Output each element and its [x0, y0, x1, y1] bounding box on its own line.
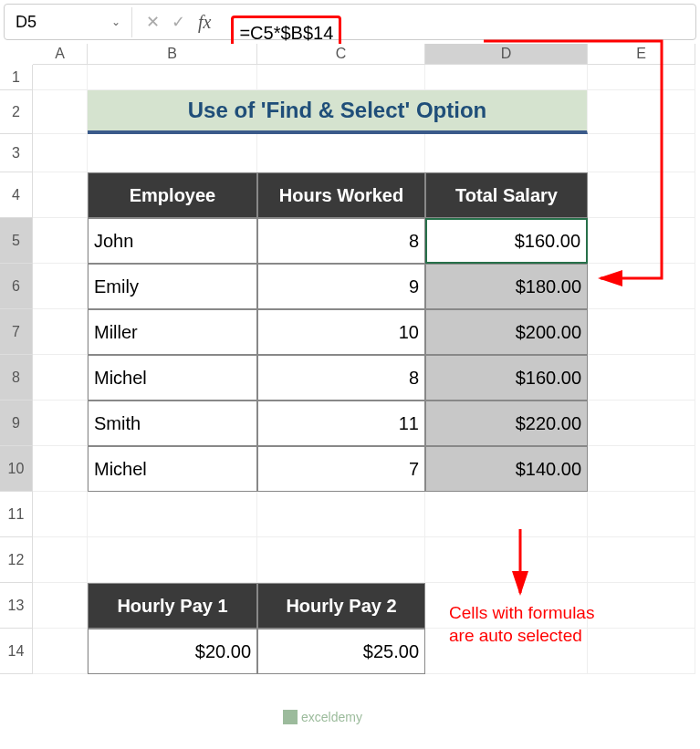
cell-salary-4[interactable]: $220.00	[425, 401, 588, 446]
row-header-5[interactable]: 5	[0, 218, 33, 264]
cell-pay2[interactable]: $25.00	[257, 629, 425, 674]
row-header-6[interactable]: 6	[0, 264, 33, 309]
watermark-icon	[283, 710, 298, 724]
row-header-13[interactable]: 13	[0, 583, 33, 629]
cell-employee-0[interactable]: John	[88, 218, 257, 264]
col-header-B[interactable]: B	[88, 44, 257, 65]
cell-A6[interactable]	[33, 264, 88, 309]
row-header-1[interactable]: 1	[0, 65, 33, 90]
cell-A7[interactable]	[33, 309, 88, 355]
column-headers: A B C D E	[33, 44, 700, 65]
cell-D3[interactable]	[425, 134, 588, 172]
cell-employee-4[interactable]: Smith	[88, 401, 257, 446]
row-header-11[interactable]: 11	[0, 492, 33, 537]
cell-hours-1[interactable]: 9	[257, 264, 425, 309]
row-header-7[interactable]: 7	[0, 309, 33, 355]
cell-A10[interactable]	[33, 446, 88, 492]
cell-E14[interactable]	[588, 629, 695, 674]
row-header-9[interactable]: 9	[0, 401, 33, 446]
cell-hours-4[interactable]: 11	[257, 401, 425, 446]
cell-D11[interactable]	[425, 492, 588, 537]
cell-salary-0[interactable]: $160.00	[425, 218, 588, 264]
col-header-E[interactable]: E	[588, 44, 695, 65]
cell-C12[interactable]	[257, 537, 425, 583]
row-header-3[interactable]: 3	[0, 134, 33, 172]
cell-A5[interactable]	[33, 218, 88, 264]
cell-E13[interactable]	[588, 583, 695, 629]
row-header-12[interactable]: 12	[0, 537, 33, 583]
watermark: exceldemy	[283, 710, 362, 724]
cell-employee-3[interactable]: Michel	[88, 355, 257, 401]
row-header-10[interactable]: 10	[0, 446, 33, 492]
chevron-down-icon[interactable]: ⌄	[111, 16, 120, 28]
cell-hours-3[interactable]: 8	[257, 355, 425, 401]
cell-salary-5[interactable]: $140.00	[425, 446, 588, 492]
formula-input[interactable]: =C5*$B$14	[225, 18, 695, 26]
col-header-C[interactable]: C	[257, 44, 425, 65]
cell-A1[interactable]	[33, 65, 88, 90]
cell-D12[interactable]	[425, 537, 588, 583]
cell-A14[interactable]	[33, 629, 88, 674]
cell-B11[interactable]	[88, 492, 257, 537]
annotation-text: Cells with formulas are auto selected	[449, 602, 594, 647]
cell-E3[interactable]	[588, 134, 695, 172]
cell-E11[interactable]	[588, 492, 695, 537]
cell-E12[interactable]	[588, 537, 695, 583]
cell-hours-5[interactable]: 7	[257, 446, 425, 492]
cell-A13[interactable]	[33, 583, 88, 629]
cell-employee-5[interactable]: Michel	[88, 446, 257, 492]
cell-B1[interactable]	[88, 65, 257, 90]
cell-salary-1[interactable]: $180.00	[425, 264, 588, 309]
name-box-value: D5	[16, 13, 37, 32]
name-box[interactable]: D5 ⌄	[5, 7, 132, 37]
cell-B12[interactable]	[88, 537, 257, 583]
row-header-2[interactable]: 2	[0, 90, 33, 134]
cell-A12[interactable]	[33, 537, 88, 583]
cell-hours-2[interactable]: 10	[257, 309, 425, 355]
cell-B3[interactable]	[88, 134, 257, 172]
formula-text: =C5*$B$14	[239, 23, 333, 44]
enter-icon[interactable]: ✓	[167, 11, 189, 33]
cell-salary-3[interactable]: $160.00	[425, 355, 588, 401]
cell-E8[interactable]	[588, 355, 695, 401]
cell-E2[interactable]	[588, 90, 695, 134]
cell-E9[interactable]	[588, 401, 695, 446]
cell-E6[interactable]	[588, 264, 695, 309]
cell-E10[interactable]	[588, 446, 695, 492]
header-salary[interactable]: Total Salary	[425, 172, 588, 218]
cell-pay1[interactable]: $20.00	[88, 629, 257, 674]
row-header-8[interactable]: 8	[0, 355, 33, 401]
cell-E7[interactable]	[588, 309, 695, 355]
cell-C11[interactable]	[257, 492, 425, 537]
col-header-D[interactable]: D	[425, 44, 588, 65]
cancel-icon[interactable]: ✕	[141, 11, 163, 33]
cell-A2[interactable]	[33, 90, 88, 134]
fx-icon[interactable]: fx	[193, 12, 216, 33]
header-employee[interactable]: Employee	[88, 172, 257, 218]
cell-E4[interactable]	[588, 172, 695, 218]
cell-employee-1[interactable]: Emily	[88, 264, 257, 309]
cell-A9[interactable]	[33, 401, 88, 446]
cell-C1[interactable]	[257, 65, 425, 90]
cell-A3[interactable]	[33, 134, 88, 172]
cell-employee-2[interactable]: Miller	[88, 309, 257, 355]
header-hours[interactable]: Hours Worked	[257, 172, 425, 218]
col-header-A[interactable]: A	[33, 44, 88, 65]
cell-E1[interactable]	[588, 65, 695, 90]
row-header-4[interactable]: 4	[0, 172, 33, 218]
cell-E5[interactable]	[588, 218, 695, 264]
cell-D1[interactable]	[425, 65, 588, 90]
cell-A8[interactable]	[33, 355, 88, 401]
header-pay2[interactable]: Hourly Pay 2	[257, 583, 425, 629]
formula-bar: D5 ⌄ ✕ ✓ fx =C5*$B$14	[4, 4, 696, 40]
cell-salary-2[interactable]: $200.00	[425, 309, 588, 355]
cell-hours-0[interactable]: 8	[257, 218, 425, 264]
title-cell[interactable]: Use of 'Find & Select' Option	[88, 90, 588, 134]
header-pay1[interactable]: Hourly Pay 1	[88, 583, 257, 629]
cell-A4[interactable]	[33, 172, 88, 218]
spreadsheet-grid: A B C D E 1 2Use of 'Find & Select' Opti…	[0, 44, 700, 674]
cell-A11[interactable]	[33, 492, 88, 537]
cell-C3[interactable]	[257, 134, 425, 172]
row-header-14[interactable]: 14	[0, 629, 33, 674]
formula-bar-controls: ✕ ✓ fx	[132, 11, 225, 33]
